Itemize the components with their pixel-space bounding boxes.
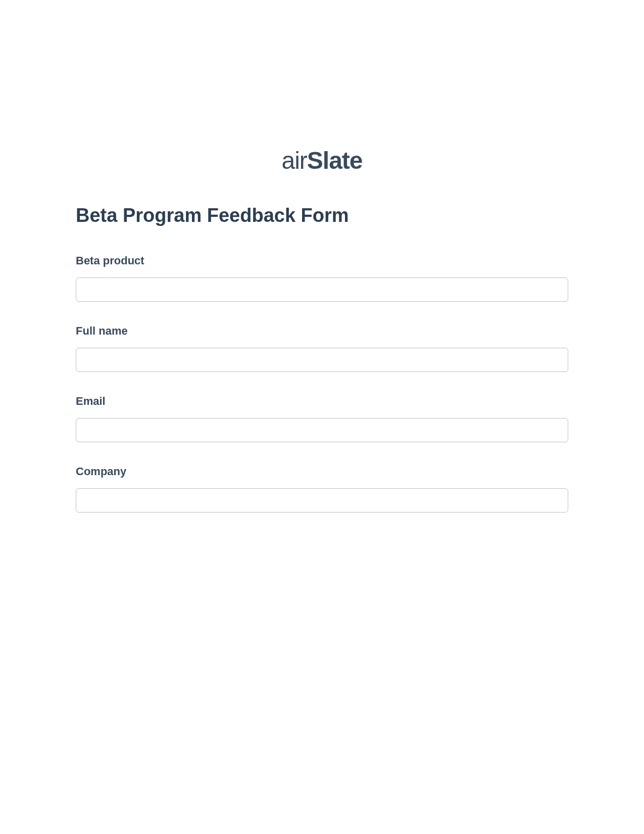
label-company: Company [76,465,568,478]
label-email: Email [76,395,568,408]
field-email: Email [76,395,568,442]
input-company[interactable] [76,488,568,513]
input-full-name[interactable] [76,348,568,372]
logo-suffix: Slate [307,147,363,174]
logo: airSlate [76,147,568,174]
input-beta-product[interactable] [76,277,568,302]
logo-text: airSlate [281,147,362,174]
field-beta-product: Beta product [76,254,568,302]
input-email[interactable] [76,418,568,442]
field-company: Company [76,465,568,513]
form-page: airSlate Beta Program Feedback Form Beta… [0,0,644,513]
label-beta-product: Beta product [76,254,568,267]
logo-prefix: air [281,147,307,174]
field-full-name: Full name [76,325,568,372]
label-full-name: Full name [76,325,568,338]
form-title: Beta Program Feedback Form [76,205,568,226]
